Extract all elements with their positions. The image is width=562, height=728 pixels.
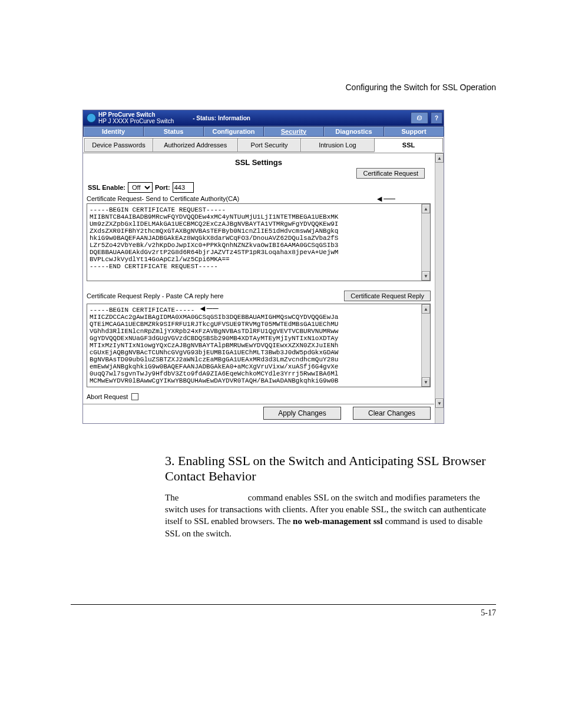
tab-status[interactable]: Status	[143, 126, 204, 136]
certificate-request-reply-button[interactable]: Certificate Request Reply	[344, 291, 431, 301]
hp-logo-icon	[411, 112, 428, 124]
tab-support[interactable]: Support	[384, 126, 444, 136]
tab-port-security[interactable]: Port Security	[237, 138, 300, 152]
panel-title: SSL Settings	[235, 158, 282, 167]
title-line2: HP J XXXX ProCurve Switch	[98, 118, 174, 124]
ca-caption: Certificate Request- Send to Certificate…	[87, 195, 239, 202]
scrollbar[interactable]: ▲ ▼	[421, 204, 430, 281]
tab-diagnostics[interactable]: Diagnostics	[323, 126, 384, 136]
title-line1: HP ProCurve Switch	[98, 111, 156, 118]
arrow-icon: ◄──	[375, 194, 395, 203]
tab-configuration[interactable]: Configuration	[203, 126, 264, 136]
scroll-down-icon[interactable]: ▼	[422, 271, 430, 281]
primary-tab-row: Identity Status Configuration Security D…	[83, 126, 444, 136]
abort-request-checkbox[interactable]	[131, 393, 138, 400]
body-paragraph: The command enables SSL on the switch an…	[165, 492, 497, 539]
port-label: Port:	[155, 184, 170, 191]
abort-request-label: Abort Request	[87, 393, 128, 400]
section-heading: 3. Enabling SSL on the Switch and Antici…	[165, 453, 515, 485]
status-info: - Status: Information	[193, 115, 250, 121]
cert-request-textarea-wrap: ▲ ▼	[87, 203, 431, 281]
embedded-screenshot: HP ProCurve Switch HP J XXXX ProCurve Sw…	[82, 110, 444, 424]
certificate-request-button[interactable]: Certificate Request	[356, 168, 425, 179]
page-header-right: Configuring the Switch for SSL Operation	[71, 83, 496, 92]
page-number: 5-17	[71, 604, 496, 618]
scrollbar[interactable]: ▲ ▼	[421, 304, 430, 387]
scroll-down-icon[interactable]: ▼	[435, 398, 444, 408]
scroll-up-icon[interactable]: ▲	[435, 153, 444, 163]
ssl-settings-panel: SSL Settings Certificate Request SSL Ena…	[83, 153, 434, 404]
cert-reply-textarea-wrap: ▲ ▼	[87, 304, 431, 387]
ssl-enable-select[interactable]: Off	[128, 182, 153, 193]
window-title: HP ProCurve Switch HP J XXXX ProCurve Sw…	[98, 111, 174, 124]
help-icon[interactable]: ?	[431, 112, 442, 124]
para-bold: no web-management ssl	[293, 516, 383, 526]
tab-ssl[interactable]: SSL	[374, 138, 443, 152]
tab-security[interactable]: Security	[263, 126, 324, 136]
tab-identity[interactable]: Identity	[83, 126, 144, 136]
scroll-up-icon[interactable]: ▲	[422, 304, 430, 314]
cert-reply-textarea[interactable]	[87, 304, 421, 387]
arrow-icon: ◄──	[199, 304, 219, 313]
port-input[interactable]	[173, 182, 194, 193]
reply-caption: Certificate Request Reply - Paste CA rep…	[87, 292, 223, 299]
cert-request-textarea[interactable]	[87, 204, 421, 281]
scroll-up-icon[interactable]: ▲	[422, 204, 430, 213]
globe-icon	[87, 113, 96, 123]
footer-bar: Apply Changes Clear Changes	[83, 404, 434, 423]
window-titlebar: HP ProCurve Switch HP J XXXX ProCurve Sw…	[83, 110, 444, 126]
para-pre: The	[165, 493, 181, 502]
apply-changes-button[interactable]: Apply Changes	[263, 407, 341, 420]
clear-changes-button[interactable]: Clear Changes	[353, 407, 431, 420]
tab-intrusion-log[interactable]: Intrusion Log	[300, 138, 375, 152]
scroll-down-icon[interactable]: ▼	[422, 377, 430, 387]
ssl-enable-label: SSL Enable:	[88, 184, 125, 191]
ssl-enable-row: SSL Enable: Off Port:	[88, 182, 431, 193]
tab-device-passwords[interactable]: Device Passwords	[84, 138, 153, 152]
secondary-tab-row: Device Passwords Authorized Addresses Po…	[83, 136, 444, 153]
tab-authorized-addresses[interactable]: Authorized Addresses	[153, 138, 239, 152]
outer-scrollbar[interactable]: ▲ ▼	[435, 153, 444, 423]
